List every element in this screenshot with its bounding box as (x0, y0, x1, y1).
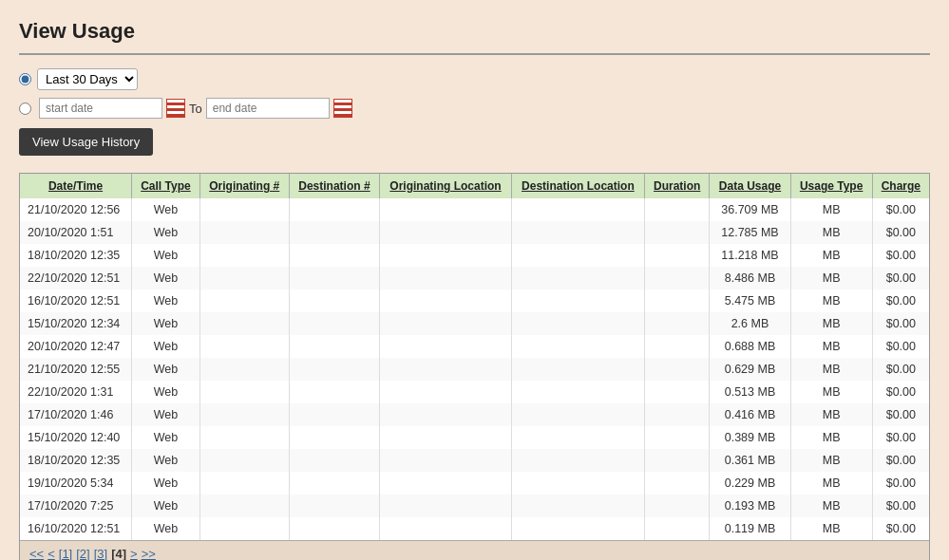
table-cell: 19/10/2020 5:34 (20, 472, 132, 495)
table-cell: Web (132, 381, 200, 403)
table-cell (289, 198, 379, 221)
col-header-destloc[interactable]: Destination Location (511, 174, 644, 198)
table-cell (644, 267, 710, 289)
table-cell (511, 426, 644, 449)
start-date-calendar-icon[interactable] (166, 99, 185, 118)
table-row: 20/10/2020 12:47Web0.688 MBMB$0.00 (20, 335, 929, 358)
table-cell (380, 267, 512, 289)
table-cell (380, 244, 512, 267)
col-header-duration[interactable]: Duration (644, 174, 710, 198)
table-cell (511, 495, 644, 517)
col-header-destnum[interactable]: Destination # (289, 174, 379, 198)
table-cell (289, 403, 379, 426)
table-row: 18/10/2020 12:35Web0.361 MBMB$0.00 (20, 449, 929, 472)
table-row: 15/10/2020 12:40Web0.389 MBMB$0.00 (20, 426, 929, 449)
table-cell (511, 198, 644, 221)
custom-date-radio[interactable] (19, 103, 31, 115)
table-cell (511, 335, 644, 358)
table-cell (289, 495, 379, 517)
table-cell (199, 449, 289, 472)
table-cell (511, 289, 644, 312)
table-cell (380, 472, 512, 495)
table-cell (199, 244, 289, 267)
last30-radio[interactable] (19, 73, 31, 85)
table-cell: MB (790, 449, 872, 472)
table-cell: $0.00 (872, 426, 929, 449)
table-cell: 0.513 MB (710, 381, 790, 403)
pagination-page-3[interactable]: [3] (94, 547, 107, 560)
table-cell: Web (132, 449, 200, 472)
table-cell: $0.00 (872, 221, 929, 244)
table-cell: $0.00 (872, 449, 929, 472)
table-cell: 15/10/2020 12:34 (20, 312, 132, 335)
table-cell (289, 289, 379, 312)
table-cell: $0.00 (872, 335, 929, 358)
table-row: 17/10/2020 1:46Web0.416 MBMB$0.00 (20, 403, 929, 426)
table-row: 22/10/2020 12:51Web8.486 MBMB$0.00 (20, 267, 929, 289)
table-cell (289, 267, 379, 289)
table-cell (199, 312, 289, 335)
table-cell: MB (790, 335, 872, 358)
table-cell (644, 403, 710, 426)
pagination-prev[interactable]: < (47, 547, 55, 560)
col-header-datausage[interactable]: Data Usage (710, 174, 790, 198)
table-cell (199, 267, 289, 289)
table-cell: 20/10/2020 12:47 (20, 335, 132, 358)
table-cell: Web (132, 426, 200, 449)
table-cell: Web (132, 403, 200, 426)
table-cell (511, 358, 644, 381)
view-usage-button[interactable]: View Usage History (19, 128, 153, 156)
table-cell: MB (790, 267, 872, 289)
table-cell (644, 198, 710, 221)
table-cell (380, 335, 512, 358)
table-cell (511, 244, 644, 267)
usage-table: Date/Time Call Type Originating # Destin… (20, 174, 929, 540)
table-body: 21/10/2020 12:56Web36.709 MBMB$0.0020/10… (20, 198, 929, 540)
pagination-next[interactable]: > (130, 547, 138, 560)
table-cell (199, 289, 289, 312)
page-title: View Usage (19, 19, 930, 55)
table-row: 21/10/2020 12:56Web36.709 MBMB$0.00 (20, 198, 929, 221)
table-cell: $0.00 (872, 312, 929, 335)
pagination-first[interactable]: << (29, 547, 44, 560)
pagination-page-4: [4] (111, 547, 126, 560)
table-cell: MB (790, 381, 872, 403)
table-cell: 21/10/2020 12:55 (20, 358, 132, 381)
table-cell: 20/10/2020 1:51 (20, 221, 132, 244)
table-cell: $0.00 (872, 244, 929, 267)
pagination-last[interactable]: >> (142, 547, 156, 560)
controls-section: Last 30 Days To View Usage History (19, 68, 930, 156)
table-cell: $0.00 (872, 198, 929, 221)
table-cell: Web (132, 517, 200, 540)
table-cell: 0.119 MB (710, 517, 790, 540)
col-header-origloc[interactable]: Originating Location (380, 174, 512, 198)
table-cell: MB (790, 517, 872, 540)
table-cell: 16/10/2020 12:51 (20, 289, 132, 312)
col-header-charge[interactable]: Charge (872, 174, 929, 198)
table-cell: $0.00 (872, 403, 929, 426)
table-header-row: Date/Time Call Type Originating # Destin… (20, 174, 929, 198)
last30-dropdown[interactable]: Last 30 Days (37, 68, 138, 90)
table-cell: 2.6 MB (710, 312, 790, 335)
table-cell: MB (790, 472, 872, 495)
end-date-input[interactable] (206, 98, 330, 119)
end-date-calendar-icon[interactable] (333, 99, 352, 118)
table-cell (511, 449, 644, 472)
pagination-page-2[interactable]: [2] (76, 547, 89, 560)
table-cell (380, 358, 512, 381)
table-cell: 22/10/2020 1:31 (20, 381, 132, 403)
col-header-datetime[interactable]: Date/Time (20, 174, 132, 198)
table-cell (644, 289, 710, 312)
col-header-calltype[interactable]: Call Type (132, 174, 200, 198)
col-header-orignum[interactable]: Originating # (199, 174, 289, 198)
start-date-input[interactable] (39, 98, 162, 119)
pagination-page-1[interactable]: [1] (59, 547, 72, 560)
table-cell (199, 221, 289, 244)
table-cell: $0.00 (872, 289, 929, 312)
table-cell (380, 495, 512, 517)
table-row: 22/10/2020 1:31Web0.513 MBMB$0.00 (20, 381, 929, 403)
col-header-usagetype[interactable]: Usage Type (790, 174, 872, 198)
table-cell: Web (132, 267, 200, 289)
table-cell (644, 426, 710, 449)
to-label: To (189, 102, 202, 116)
